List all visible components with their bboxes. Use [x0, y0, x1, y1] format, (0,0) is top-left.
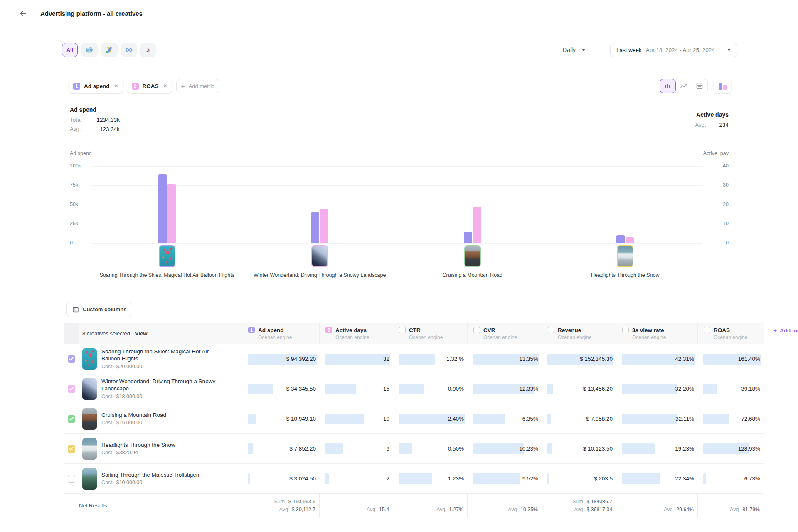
table-icon [696, 82, 703, 90]
platform-meta-button[interactable]: ∞ [121, 43, 137, 57]
cost-value: $20,000.00 [116, 364, 143, 369]
creative-thumbnail[interactable] [159, 245, 175, 267]
metric-chip-label: Ad spend [84, 83, 110, 89]
value-cell: $ 34,345.50 [242, 374, 319, 404]
cell-data-bar [325, 473, 329, 484]
right-axis-tick: 20 [723, 202, 729, 207]
creative-name: Sailing Through the Majestic Trollstigen [101, 472, 199, 479]
value-cell: 0.50% [393, 434, 467, 463]
granularity-dropdown[interactable]: Daily [563, 43, 586, 57]
date-range-dropdown[interactable]: Last week Apr 18, 2024 - Apr 25, 2024 [610, 43, 737, 57]
column-source: Ocenan engine [399, 335, 464, 340]
bar-chart-view-button[interactable] [660, 79, 676, 93]
table-row: Cruising a Mountain RoadCost$15,000.00$ … [64, 404, 764, 434]
cell-value: 22.34% [675, 475, 695, 482]
filter-all-button[interactable]: All [62, 43, 78, 57]
bar-chart-icon [664, 82, 672, 90]
value-cell: 19 [319, 404, 393, 433]
column-header-cvr: CVROcenan engine [467, 323, 542, 344]
cell-value: 128.93% [738, 446, 761, 452]
cost-value: $3820.94 [116, 450, 138, 456]
column-checkbox[interactable] [473, 327, 480, 333]
cell-value: 1.32 % [446, 356, 465, 362]
cell-data-bar [248, 384, 273, 394]
creative-cell: Winter Wonderland: Driving Through a Sno… [79, 374, 242, 404]
value-cell: 15 [319, 374, 393, 404]
column-source: Ocenan engine [473, 335, 538, 340]
cost-label: Cost [101, 480, 112, 485]
add-metric-column-button[interactable]: + Add metric [773, 328, 798, 334]
series-colors-button[interactable] [714, 79, 732, 93]
add-metric-chip[interactable]: + Add metric [176, 79, 219, 93]
cell-data-bar [703, 414, 729, 424]
close-icon[interactable]: ✕ [163, 83, 167, 89]
metric-chips: 1 Ad spend ✕ 2 ROAS ✕ + Add metric [69, 79, 219, 93]
creative-cell: Sailing Through the Majestic Trollstigen… [79, 464, 242, 493]
avg-label: Avg [730, 507, 739, 512]
creative-thumbnail[interactable] [617, 245, 633, 267]
total-label: Total [70, 117, 93, 123]
column-label: 3s view rate [632, 327, 664, 333]
creative-thumbnail [82, 348, 97, 370]
column-checkbox[interactable] [704, 327, 710, 333]
creative-thumbnail[interactable] [311, 245, 328, 267]
column-checkbox[interactable] [399, 327, 406, 333]
right-axis-tick: 10 [723, 221, 729, 227]
gridline [91, 243, 702, 244]
close-icon[interactable]: ✕ [114, 83, 118, 89]
row-checkbox[interactable] [68, 415, 75, 423]
table-view-button[interactable] [691, 79, 707, 93]
platform-filters: All ∞ ♪ [62, 43, 156, 57]
summary-title: Ad spend [70, 106, 120, 113]
value-cell: $ 10,949.10 [242, 404, 319, 433]
line-chart-view-button[interactable] [675, 79, 692, 93]
back-button[interactable] [18, 8, 28, 18]
google-ads-icon [105, 46, 113, 54]
avg-label: Avg. [70, 126, 93, 132]
column-checkbox[interactable] [548, 327, 554, 333]
value-cell: 9 [319, 434, 393, 463]
column-header-3s-view-rate: 3s view rateOcenan engine [616, 323, 697, 344]
cost-value: $18,000.00 [116, 394, 143, 399]
sum-value: $ 150,563.5 [288, 499, 315, 505]
cell-value: 72.68% [741, 416, 761, 422]
cell-data-bar [622, 443, 655, 454]
cell-data-bar [547, 414, 551, 424]
platform-google-ads-button[interactable] [101, 43, 118, 57]
value-cell: 42.31% [616, 344, 697, 374]
cell-data-bar [547, 473, 549, 484]
page-title: Advertising platform - all creatives [40, 10, 143, 17]
value-cell: $ 3,024.50 [242, 464, 319, 493]
column-label: ROAS [714, 327, 730, 333]
selected-count: 8 creatives selected [82, 330, 130, 337]
creative-name-label: Winter Wonderland: Driving Through a Sno… [254, 272, 386, 278]
column-checkbox[interactable] [622, 327, 629, 333]
platform-pinwheel-button[interactable] [81, 43, 98, 57]
cell-value: 0.50% [448, 446, 465, 452]
plus-icon: + [773, 328, 777, 334]
metric-chip-roas[interactable]: 2 ROAS ✕ [127, 79, 172, 93]
row-checkbox[interactable] [68, 475, 75, 483]
view-link[interactable]: View [135, 330, 147, 337]
custom-columns-button[interactable]: Custom columns [66, 302, 132, 317]
column-label: CTR [409, 327, 421, 333]
cell-value: 10.23% [519, 446, 539, 452]
platform-tiktok-button[interactable]: ♪ [140, 43, 156, 57]
value-cell: 32.11% [616, 404, 697, 433]
active-days-summary: Active days Avg.234 [675, 111, 729, 131]
cell-value: $ 7,852.20 [289, 446, 317, 452]
value-cell: 10.23% [467, 434, 542, 463]
sum-value: $ 184086.7 [586, 499, 612, 505]
ad-spend-bar [616, 235, 625, 243]
row-checkbox[interactable] [68, 385, 75, 393]
row-checkbox[interactable] [68, 355, 75, 363]
creative-cell: Cruising a Mountain RoadCost$15,000.00 [79, 404, 242, 433]
secondary-bar [320, 209, 328, 243]
value-cell: 0.90% [393, 374, 467, 404]
granularity-value: Daily [563, 47, 576, 53]
row-checkbox[interactable] [68, 445, 75, 453]
chevron-down-icon [727, 49, 731, 51]
bar-group [396, 166, 549, 243]
metric-chip-ad-spend[interactable]: 1 Ad spend ✕ [69, 79, 123, 93]
creative-thumbnail[interactable] [464, 245, 481, 267]
